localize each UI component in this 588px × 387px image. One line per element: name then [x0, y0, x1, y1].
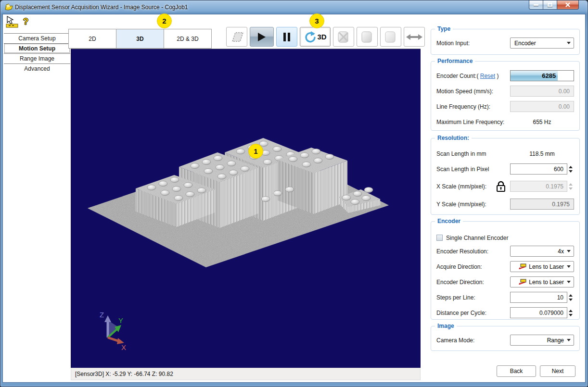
distance-per-cycle-label: Distance per Cycle:	[436, 310, 510, 316]
horizontal-arrows-icon	[406, 33, 422, 41]
range-surface-3d-render: Z Y X	[71, 49, 421, 368]
z-axis-icon	[104, 315, 111, 322]
steps-per-line-stepper[interactable]: 10	[510, 292, 574, 303]
group-resolution: Resolution: Scan Length in mm 118.5 mm S…	[431, 138, 580, 215]
camera-mode-select[interactable]: Range	[510, 335, 574, 346]
max-line-frequency-value: 655 Hz	[510, 119, 574, 125]
fit-width-button[interactable]	[404, 27, 425, 47]
axis-x-label: X	[121, 343, 126, 351]
lens-to-laser-icon	[519, 279, 527, 285]
chevron-down-icon	[567, 250, 571, 252]
spin-down-icon	[569, 187, 573, 190]
steps-per-line-label: Steps per Line:	[436, 294, 510, 301]
pointer-measure-icon[interactable]	[6, 16, 19, 28]
annotation-badge-2: 2	[157, 13, 172, 28]
encoder-direction-value: Lens to Laser	[529, 279, 564, 286]
encoder-count-field[interactable]: 6285	[510, 70, 574, 81]
group-type-title: Type	[435, 25, 453, 32]
scan-length-pixel-stepper[interactable]: 600	[510, 163, 574, 175]
encoder-count-label: Encoder Count:( Reset )	[436, 73, 510, 79]
scan-length-mm-label: Scan Length in mm	[436, 150, 510, 157]
tab-2d-and-3d[interactable]: 2D & 3D	[164, 29, 212, 49]
spin-up-icon	[569, 183, 573, 186]
group-performance-title: Performance	[435, 58, 475, 64]
y-scale-label: Y Scale (mm/pixel):	[436, 201, 510, 208]
titlebar[interactable]: Displacement Sensor Acquisition Wizard -…	[0, 0, 588, 14]
viewport-status-bar: [Sensor3D] X: -5.29 Y: -66.74 Z: 90.82	[71, 368, 421, 380]
tab-3d[interactable]: 3D	[116, 29, 164, 49]
maximize-button[interactable]	[543, 0, 557, 10]
encoder-count-value: 6285	[542, 72, 556, 79]
next-button[interactable]: Next	[540, 365, 575, 377]
run-button[interactable]	[250, 27, 274, 47]
save-image-button	[357, 27, 378, 47]
encoder-direction-select[interactable]: Lens to Laser	[510, 276, 574, 287]
scan-length-pixel-label: Scan Length in Pixel	[436, 166, 510, 173]
app-icon	[5, 3, 13, 12]
chevron-down-icon	[567, 281, 571, 283]
spin-up-icon[interactable]	[569, 166, 573, 168]
motion-input-label: Motion Input:	[436, 40, 510, 47]
pause-button[interactable]	[276, 27, 297, 47]
rotate-3d-button[interactable]: 3D	[300, 27, 331, 47]
sidebar-item-range-image[interactable]: Range Image	[4, 53, 70, 63]
group-performance: Performance Encoder Count:( Reset ) 6285…	[431, 61, 580, 131]
rotate-3d-icon	[304, 31, 316, 43]
help-icon[interactable]: ?	[23, 16, 28, 27]
page-icon	[384, 31, 397, 43]
single-channel-encoder-checkbox[interactable]	[436, 235, 443, 241]
close-button[interactable]	[557, 0, 579, 10]
discard-image-button	[333, 27, 354, 47]
spin-down-icon[interactable]	[569, 314, 573, 316]
sidebar-item-advanced[interactable]: Advanced	[4, 63, 70, 74]
motion-input-select[interactable]: Encoder	[510, 37, 574, 49]
encoder-count-fill: 6285	[511, 71, 558, 81]
quickbar: ?	[6, 16, 28, 28]
chevron-down-icon	[567, 339, 571, 341]
x-scale-stepper: 0.1975	[510, 181, 574, 192]
group-encoder: Encoder Single Channel Encoder Encoder R…	[431, 221, 580, 320]
annotation-badge-1: 1	[248, 144, 263, 159]
encoder-resolution-label: Encoder Resolution:	[436, 248, 510, 255]
acquire-direction-label: Acquire Direction:	[436, 263, 510, 270]
pause-icon	[283, 32, 291, 42]
lock-icon	[496, 180, 506, 193]
axis-triad: Z Y X	[100, 311, 126, 351]
sensor-3d-viewport[interactable]: Z Y X 1	[71, 49, 421, 368]
motion-input-value: Encoder	[514, 40, 536, 47]
reset-link[interactable]: Reset	[480, 73, 495, 79]
motion-speed-field: 0.00	[510, 86, 574, 97]
encoder-resolution-select[interactable]: 4x	[510, 246, 574, 257]
axis-y-label: Y	[118, 316, 123, 325]
single-channel-encoder-label: Single Channel Encoder	[446, 235, 574, 241]
spin-up-icon[interactable]	[569, 294, 573, 297]
group-encoder-title: Encoder	[435, 218, 463, 225]
distance-per-cycle-stepper[interactable]: 0.079000	[510, 307, 574, 318]
sidebar-nav: Camera Setup Motion Setup Range Image Ad…	[4, 33, 70, 74]
region-icon	[229, 31, 245, 43]
encoder-resolution-value: 4x	[558, 248, 564, 255]
acquire-direction-select[interactable]: Lens to Laser	[510, 261, 574, 272]
group-image: Image Camera Mode: Range	[431, 326, 580, 351]
region-select-button	[226, 27, 247, 47]
spin-down-icon[interactable]	[569, 170, 573, 173]
camera-mode-value: Range	[547, 337, 564, 344]
sidebar-item-motion-setup[interactable]: Motion Setup	[4, 43, 70, 53]
view-tabs: 2D 3D 2D & 3D	[68, 29, 212, 49]
spin-up-icon[interactable]	[569, 310, 573, 312]
x-scale-label: X Scale (mm/pixel):	[436, 183, 496, 190]
back-button[interactable]: Back	[497, 365, 536, 377]
acquisition-toolbar: 3D	[226, 27, 425, 47]
spin-down-icon[interactable]	[569, 299, 573, 301]
tab-2d[interactable]: 2D	[68, 29, 116, 49]
close-icon	[565, 2, 571, 7]
group-type: Type Motion Input: Encoder	[431, 29, 580, 55]
surface-block	[278, 148, 347, 214]
max-line-frequency-label: Maximum Line Frequency:	[436, 119, 510, 125]
page-icon	[360, 31, 374, 43]
sidebar-item-camera-setup[interactable]: Camera Setup	[4, 33, 70, 43]
camera-mode-label: Camera Mode:	[436, 337, 510, 344]
load-image-button	[380, 27, 401, 47]
y-scale-field: 0.1975	[510, 199, 574, 210]
minimize-button[interactable]	[529, 0, 543, 10]
